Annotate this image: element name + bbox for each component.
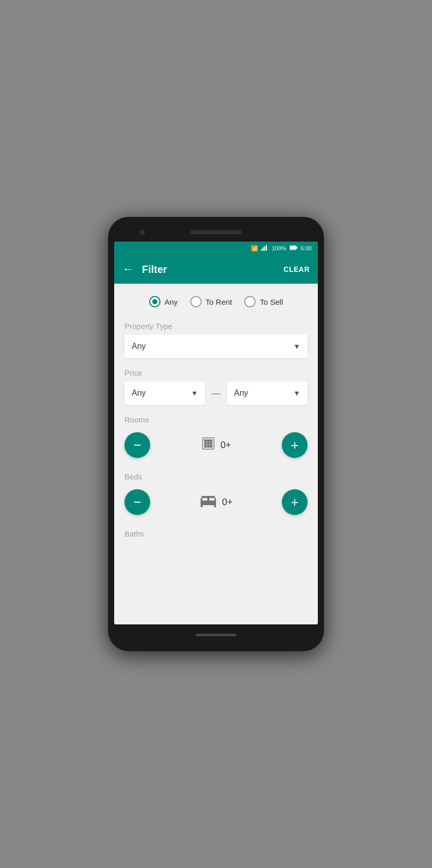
rooms-label: Rooms [124, 415, 308, 424]
svg-rect-23 [209, 498, 214, 501]
price-label: Price [124, 368, 308, 377]
svg-rect-2 [264, 246, 265, 251]
rooms-decrement-icon: − [133, 438, 141, 452]
beds-decrement-icon: − [133, 495, 141, 509]
svg-rect-1 [263, 247, 264, 251]
phone-shell: 📶 100% 6:00 ← [108, 217, 324, 651]
rooms-section: Rooms − [124, 415, 308, 462]
svg-rect-16 [210, 445, 212, 448]
svg-rect-11 [204, 442, 207, 445]
beds-counter-row: − [124, 485, 308, 519]
price-row: Any ▼ — Any ▼ [124, 381, 308, 405]
rooms-increment-button[interactable]: + [282, 432, 308, 458]
phone-top [114, 223, 318, 242]
beds-display: 0+ [200, 494, 233, 511]
beds-increment-button[interactable]: + [282, 489, 308, 515]
svg-rect-8 [204, 439, 207, 442]
radio-option-any[interactable]: Any [149, 296, 178, 307]
content: Any To Rent To Sell Property Type Any ▼ [114, 284, 318, 624]
rooms-value: 0+ [221, 440, 231, 451]
property-type-label: Property Type [124, 322, 308, 330]
rooms-increment-icon: + [291, 438, 298, 452]
baths-section: Baths [124, 529, 308, 538]
svg-rect-15 [207, 445, 209, 448]
radio-circle-any [149, 296, 160, 307]
battery-text: 100% [272, 245, 286, 251]
svg-rect-13 [210, 442, 212, 445]
listing-type-radio-group: Any To Rent To Sell [124, 296, 308, 307]
battery-icon [290, 245, 298, 251]
price-min-arrow-icon: ▼ [191, 389, 198, 397]
svg-rect-14 [204, 445, 207, 448]
signal-icon [261, 245, 268, 252]
beds-increment-icon: + [291, 495, 298, 509]
svg-rect-6 [290, 246, 296, 249]
svg-rect-5 [296, 247, 297, 249]
radio-label-any: Any [165, 298, 178, 306]
svg-rect-3 [266, 245, 267, 251]
wifi-icon: 📶 [251, 245, 258, 252]
price-min-dropdown[interactable]: Any ▼ [124, 381, 205, 405]
property-type-value: Any [132, 342, 146, 351]
app-bar-title: Filter [142, 264, 167, 275]
radio-option-to-rent[interactable]: To Rent [190, 296, 232, 307]
property-type-section: Property Type Any ▼ [124, 322, 308, 358]
rooms-decrement-button[interactable]: − [124, 432, 150, 458]
svg-rect-21 [214, 505, 216, 507]
svg-rect-9 [207, 439, 209, 442]
radio-dot-any [152, 299, 157, 304]
price-min-value: Any [132, 389, 146, 398]
beds-icon [200, 494, 217, 511]
radio-label-to-sell: To Sell [260, 298, 283, 306]
radio-option-to-sell[interactable]: To Sell [244, 296, 283, 307]
rooms-counter-row: − [124, 428, 308, 462]
beds-section: Beds − [124, 472, 308, 519]
property-type-dropdown[interactable]: Any ▼ [124, 335, 308, 358]
radio-circle-to-rent [190, 296, 202, 307]
back-button[interactable]: ← [122, 263, 134, 276]
svg-rect-10 [210, 439, 212, 442]
rooms-display: 0+ [201, 436, 231, 454]
svg-rect-12 [207, 442, 209, 445]
price-max-value: Any [234, 389, 248, 398]
phone-bottom [114, 624, 318, 645]
price-section: Price Any ▼ — Any ▼ [124, 368, 308, 405]
svg-rect-22 [202, 498, 207, 501]
property-type-arrow-icon: ▼ [293, 342, 300, 350]
svg-rect-20 [201, 505, 203, 507]
clear-button[interactable]: CLEAR [283, 265, 310, 273]
app-bar: ← Filter CLEAR [114, 255, 318, 284]
svg-rect-0 [261, 249, 262, 251]
phone-screen: 📶 100% 6:00 ← [114, 242, 318, 624]
phone-camera [140, 230, 145, 235]
price-max-arrow-icon: ▼ [293, 389, 300, 397]
price-separator: — [210, 388, 222, 399]
price-max-dropdown[interactable]: Any ▼ [227, 381, 308, 405]
baths-label: Baths [124, 529, 308, 538]
beds-value: 0+ [222, 497, 233, 508]
beds-decrement-button[interactable]: − [124, 489, 150, 515]
phone-home-bar [195, 634, 237, 636]
app-bar-left: ← Filter [122, 263, 167, 276]
rooms-icon [201, 436, 215, 454]
phone-speaker [190, 230, 242, 234]
status-bar: 📶 100% 6:00 [114, 242, 318, 255]
radio-circle-to-sell [244, 296, 256, 307]
radio-label-to-rent: To Rent [206, 298, 232, 306]
beds-label: Beds [124, 472, 308, 481]
time-text: 6:00 [301, 245, 312, 251]
